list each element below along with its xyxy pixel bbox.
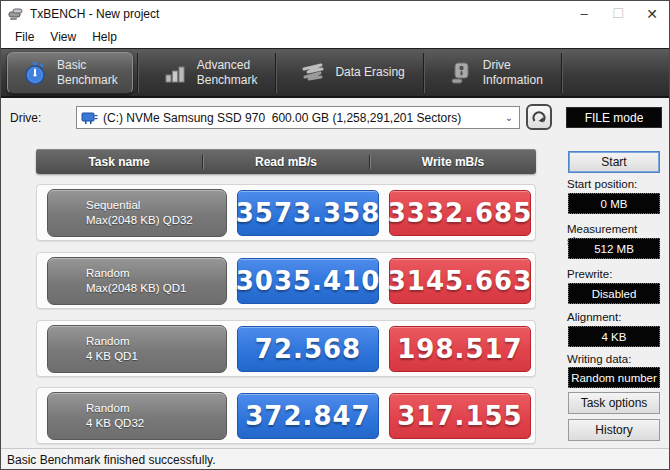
drive-label: Drive: (10, 111, 41, 125)
alignment-value[interactable]: 4 KB (568, 326, 660, 347)
menu-file[interactable]: File (7, 28, 42, 46)
header-write: Write mB/s (369, 155, 536, 169)
task-options-button[interactable]: Task options (568, 392, 660, 414)
read-value: 372.847 (237, 393, 379, 439)
settings-sidebar: FILE mode Start Start position: 0 MB Mea… (566, 98, 662, 448)
refresh-drives-button[interactable] (526, 104, 552, 130)
menu-view[interactable]: View (42, 28, 84, 46)
toolbar-separator (137, 53, 138, 93)
measurement-size-value[interactable]: 512 MB (568, 238, 660, 259)
app-icon (8, 6, 24, 22)
history-button[interactable]: History (568, 419, 660, 441)
start-button[interactable]: Start (568, 151, 660, 173)
tab-advanced-benchmark[interactable]: Advanced Benchmark (148, 52, 272, 94)
drive-icon (448, 60, 474, 86)
task-button-sequential-qd32[interactable]: SequentialMax(2048 KB) QD32 (47, 189, 227, 237)
window-title: TxBENCH - New project (30, 7, 159, 21)
status-message: Basic Benchmark finished successfully. (7, 453, 216, 467)
prewrite-label: Prewrite: (567, 268, 612, 280)
maximize-button[interactable]: ☐ (601, 1, 635, 26)
toolbar-separator (275, 53, 276, 93)
read-value: 72.568 (237, 326, 379, 372)
write-value: 198.517 (389, 326, 531, 372)
drive-device-icon (81, 111, 99, 125)
write-value: 317.155 (389, 393, 531, 439)
read-value: 3035.410 (237, 258, 379, 304)
read-value: 3573.358 (237, 190, 379, 236)
table-header: Task name Read mB/s Write mB/s (36, 149, 536, 174)
table-row: SequentialMax(2048 KB) QD32 3573.358 333… (36, 184, 536, 241)
writing-data-value[interactable]: Random number (568, 367, 660, 388)
menu-help[interactable]: Help (84, 28, 125, 46)
refresh-icon (531, 109, 547, 125)
file-mode-indicator: FILE mode (566, 107, 662, 128)
alignment-label: Alignment: (567, 311, 621, 323)
write-value: 3145.663 (389, 258, 531, 304)
close-button[interactable]: ✕ (635, 1, 669, 26)
header-task-name: Task name (36, 155, 202, 169)
drive-selected-value: (C:) NVMe Samsung SSD 970 600.00 GB (1,2… (103, 111, 501, 125)
benchmark-table: Task name Read mB/s Write mB/s Sequentia… (36, 149, 536, 445)
table-row: Random4 KB QD32 372.847 317.155 (36, 387, 536, 444)
main-content: Drive: (C:) NVMe Samsung SSD 970 600.00 … (1, 98, 670, 448)
minimize-button[interactable]: – (567, 1, 601, 26)
header-read: Read mB/s (202, 155, 369, 169)
tab-label: Advanced Benchmark (197, 58, 258, 88)
txbench-window: TxBENCH - New project – ☐ ✕ File View He… (0, 0, 670, 470)
task-button-random-4kb-qd1[interactable]: Random4 KB QD1 (47, 325, 227, 373)
tab-label: Basic Benchmark (57, 58, 118, 88)
tab-label: Drive Information (483, 58, 543, 88)
task-button-random-qd1-max[interactable]: RandomMax(2048 KB) QD1 (47, 257, 227, 305)
prewrite-value[interactable]: Disabled (568, 283, 660, 304)
tab-drive-information[interactable]: Drive Information (434, 52, 557, 94)
toolbar-separator (561, 53, 562, 93)
drive-select[interactable]: (C:) NVMe Samsung SSD 970 600.00 GB (1,2… (76, 106, 520, 129)
task-button-random-4kb-qd32[interactable]: Random4 KB QD32 (47, 392, 227, 440)
stopwatch-icon (22, 60, 48, 86)
table-row: RandomMax(2048 KB) QD1 3035.410 3145.663 (36, 252, 536, 309)
write-value: 3332.685 (389, 190, 531, 236)
table-row: Random4 KB QD1 72.568 198.517 (36, 320, 536, 377)
toolbar-separator (423, 53, 424, 93)
tab-data-erasing[interactable]: Data Erasing (286, 52, 418, 94)
eraser-zigzag-icon (300, 60, 326, 86)
status-bar: Basic Benchmark finished successfully. (1, 448, 670, 470)
chevron-down-icon[interactable]: ⌄ (501, 107, 517, 128)
bar-chart-icon (162, 60, 188, 86)
writing-data-label: Writing data: (567, 353, 631, 365)
menu-bar: File View Help (1, 26, 669, 48)
toolbar: Basic Benchmark Advanced Benchmark Data … (1, 48, 669, 98)
tab-label: Data Erasing (335, 65, 404, 80)
tab-basic-benchmark[interactable]: Basic Benchmark (7, 52, 133, 94)
start-position-value[interactable]: 0 MB (568, 193, 660, 214)
start-position-label: Start position: (567, 178, 637, 190)
title-bar: TxBENCH - New project – ☐ ✕ (1, 1, 669, 26)
